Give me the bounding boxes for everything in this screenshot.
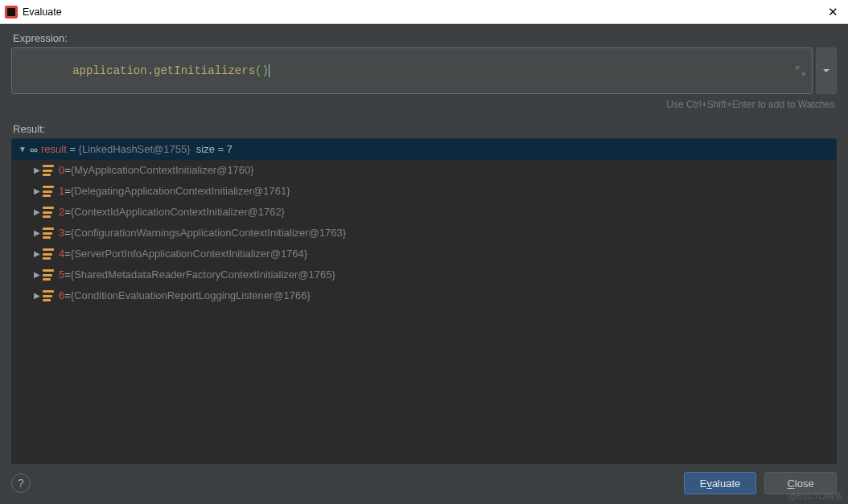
item-index: 0 (59, 162, 64, 179)
item-index: 1 (59, 182, 64, 200)
object-icon (43, 227, 54, 239)
expression-code: application.getInitializers() (19, 51, 270, 90)
tree-row[interactable]: ▶5 = {SharedMetadataReaderFactoryContext… (12, 264, 836, 285)
chevron-right-icon[interactable]: ▶ (31, 162, 43, 179)
item-index: 2 (59, 203, 64, 221)
object-icon (43, 207, 54, 218)
expand-icon[interactable] (796, 66, 805, 76)
chevron-right-icon[interactable]: ▶ (31, 245, 43, 263)
result-variable-value: {LinkedHashSet@1755} (79, 141, 191, 158)
evaluate-button[interactable]: Evaluate (684, 472, 756, 494)
object-icon (43, 269, 54, 281)
caret-icon (269, 64, 270, 77)
result-tree[interactable]: ▼ ∞ result = {LinkedHashSet@1755} size =… (11, 138, 837, 464)
item-value: {ConfigurationWarningsApplicationContext… (71, 224, 346, 242)
item-value: {SharedMetadataReaderFactoryContextIniti… (71, 266, 335, 284)
object-icon (43, 186, 54, 197)
object-icon (43, 248, 54, 260)
tree-row[interactable]: ▶0 = {MyApplicationContextInitializer@17… (12, 160, 836, 181)
chevron-right-icon[interactable]: ▶ (31, 224, 43, 242)
tree-row[interactable]: ▶2 = {ContextIdApplicationContextInitial… (12, 202, 836, 223)
tree-row[interactable]: ▶4 = {ServerPortInfoApplicationContextIn… (12, 244, 836, 264)
hint-text: Use Ctrl+Shift+Enter to add to Watches (11, 99, 835, 110)
item-index: 4 (59, 245, 64, 263)
chevron-right-icon[interactable]: ▶ (31, 266, 43, 284)
expression-label: Expression: (13, 32, 837, 44)
window-title: Evaluate (23, 6, 825, 18)
result-variable-name: result (41, 141, 67, 158)
tree-row[interactable]: ▶3 = {ConfigurationWarningsApplicationCo… (12, 223, 836, 244)
help-button[interactable]: ? (11, 473, 31, 493)
close-button[interactable]: Close (764, 472, 837, 494)
result-size: size = 7 (196, 141, 233, 158)
item-index: 5 (59, 266, 64, 284)
chevron-right-icon[interactable]: ▶ (31, 287, 43, 305)
item-value: {DelegatingApplicationContextInitializer… (71, 182, 290, 200)
infinity-icon: ∞ (30, 141, 38, 158)
evaluate-panel: Expression: application.getInitializers(… (0, 24, 848, 504)
item-value: {MyApplicationContextInitializer@1760} (71, 162, 254, 179)
item-index: 3 (59, 224, 64, 242)
item-index: 6 (59, 287, 64, 305)
history-dropdown-button[interactable] (816, 47, 837, 94)
object-icon (43, 165, 54, 176)
close-icon[interactable]: ✕ (825, 5, 842, 19)
titlebar[interactable]: Evaluate ✕ (0, 0, 848, 24)
expression-row: application.getInitializers() (11, 47, 837, 94)
result-label: Result: (13, 123, 837, 135)
item-value: {ConditionEvaluationReportLoggingListene… (71, 287, 311, 305)
app-icon (5, 6, 18, 18)
item-value: {ServerPortInfoApplicationContextInitial… (71, 245, 307, 263)
chevron-right-icon[interactable]: ▶ (31, 203, 43, 221)
tree-root-row[interactable]: ▼ ∞ result = {LinkedHashSet@1755} size =… (12, 139, 836, 160)
dialog-footer: ? Evaluate Close (11, 472, 837, 494)
chevron-right-icon[interactable]: ▶ (31, 182, 43, 200)
tree-row[interactable]: ▶6 = {ConditionEvaluationReportLoggingLi… (12, 285, 836, 306)
chevron-down-icon[interactable]: ▼ (17, 141, 28, 158)
object-icon (43, 290, 54, 301)
tree-row[interactable]: ▶1 = {DelegatingApplicationContextInitia… (12, 181, 836, 202)
item-value: {ContextIdApplicationContextInitializer@… (71, 203, 285, 221)
expression-input[interactable]: application.getInitializers() (11, 47, 813, 94)
